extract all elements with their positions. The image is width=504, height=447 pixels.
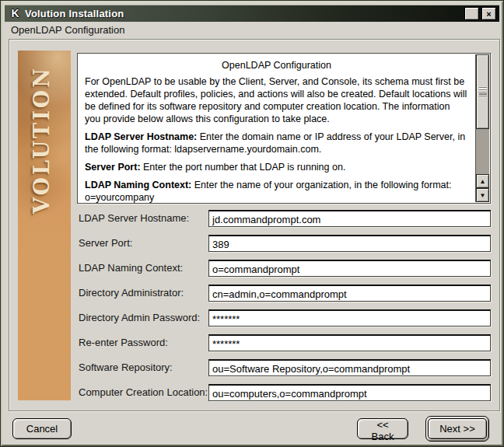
installer-window: K Volution Installation _ × OpenLDAP Con… — [0, 0, 504, 447]
scroll-up-button[interactable]: ▲ — [476, 174, 489, 188]
page-title: OpenLDAP Configuration — [5, 22, 499, 38]
next-button-default-ring: Next >> — [425, 416, 489, 442]
ldap-naming-context-field[interactable] — [208, 260, 491, 277]
software-repository-field[interactable] — [208, 359, 491, 376]
help-text-panel: OpenLDAP Configuration For OpenLDAP to b… — [77, 53, 491, 204]
label-software-repository: Software Repository: — [79, 359, 173, 376]
help-item: LDAP Server Hostname: Enter the domain n… — [85, 131, 468, 155]
brand-logo: VOLUTION — [30, 68, 54, 214]
re-enter-password-field[interactable] — [208, 334, 491, 351]
directory-administrator-field[interactable] — [208, 285, 491, 302]
minimize-icon: _ — [469, 16, 474, 17]
back-button[interactable]: << Back — [357, 418, 408, 439]
label-server-port: Server Port: — [79, 235, 132, 252]
title-bar[interactable]: K Volution Installation _ × — [5, 5, 499, 22]
form-row-ldap-server-hostname: LDAP Server Hostname: — [9, 210, 499, 227]
form-row-server-port: Server Port: — [9, 235, 499, 252]
form-row-computer-creation-location: Computer Creation Location: — [9, 384, 499, 401]
label-re-enter-password: Re-enter Password: — [79, 334, 168, 351]
computer-creation-location-field[interactable] — [208, 384, 491, 401]
minimize-button[interactable]: _ — [464, 7, 479, 20]
label-directory-administrator: Directory Administrator: — [79, 285, 184, 302]
help-scrollbar[interactable]: ▲ ▼ — [475, 54, 489, 202]
window-title: Volution Installation — [25, 8, 462, 19]
form-row-ldap-naming-context: LDAP Naming Context: — [9, 260, 499, 277]
next-button[interactable]: Next >> — [428, 418, 487, 439]
directory-admin-password-field[interactable] — [208, 309, 491, 327]
help-item: LDAP Naming Context: Enter the name of y… — [85, 179, 468, 203]
help-item-term: LDAP Naming Context: — [85, 180, 191, 190]
help-item: Server Port: Enter the port number that … — [85, 161, 468, 173]
scroll-up-icon: ▲ — [480, 178, 486, 185]
label-ldap-server-hostname: LDAP Server Hostname: — [79, 210, 189, 227]
help-item-desc: Enter the port number that LDAP is runni… — [141, 162, 346, 173]
server-port-field[interactable] — [208, 235, 491, 252]
help-intro: For OpenLDAP to be usable by the Client,… — [85, 75, 468, 125]
form-row-re-enter-password: Re-enter Password: — [9, 334, 499, 351]
help-item-term: Server Port: — [85, 162, 141, 173]
label-computer-creation-location: Computer Creation Location: — [79, 384, 208, 401]
content-panel: VOLUTION OpenLDAP Configuration For Open… — [9, 39, 500, 411]
label-directory-admin-password: Directory Admin Password: — [79, 309, 200, 327]
scroll-down-icon: ▼ — [480, 192, 486, 199]
close-icon: × — [486, 9, 491, 19]
help-title: OpenLDAP Configuration — [85, 59, 468, 72]
help-item-term: LDAP Server Hostname: — [85, 131, 197, 142]
cancel-button[interactable]: Cancel — [12, 418, 72, 439]
form-row-software-repository: Software Repository: — [9, 359, 499, 376]
form-row-directory-admin-password: Directory Admin Password: — [9, 309, 499, 327]
app-icon: K — [9, 8, 21, 19]
form-row-directory-administrator: Directory Administrator: — [9, 285, 499, 302]
scrollbar-grip — [479, 87, 487, 97]
scrollbar-thumb[interactable] — [476, 54, 489, 129]
ldap-server-hostname-field[interactable] — [208, 210, 491, 227]
close-button[interactable]: × — [481, 7, 496, 20]
label-ldap-naming-context: LDAP Naming Context: — [79, 260, 183, 277]
help-text: OpenLDAP Configuration For OpenLDAP to b… — [78, 54, 474, 203]
scroll-down-button[interactable]: ▼ — [476, 188, 489, 202]
